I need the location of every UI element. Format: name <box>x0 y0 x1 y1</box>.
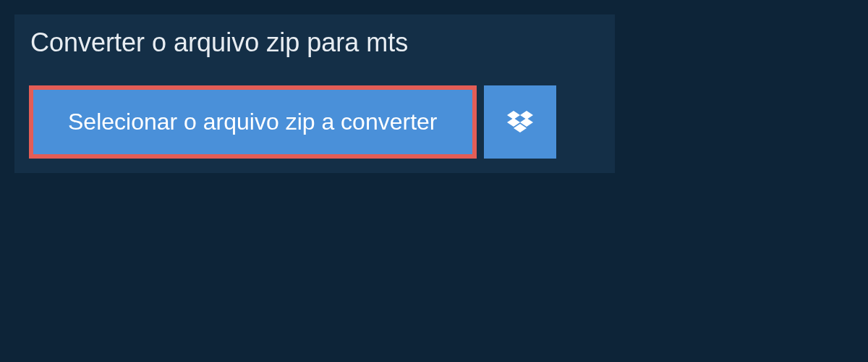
dropbox-button[interactable] <box>484 85 556 159</box>
select-file-highlight: Selecionar o arquivo zip a converter <box>29 85 477 159</box>
converter-panel: Converter o arquivo zip para mts Selecio… <box>14 14 615 173</box>
button-row: Selecionar o arquivo zip a converter <box>14 71 615 173</box>
select-file-button[interactable]: Selecionar o arquivo zip a converter <box>33 90 472 154</box>
page-title: Converter o arquivo zip para mts <box>30 28 408 57</box>
title-bar: Converter o arquivo zip para mts <box>14 14 424 71</box>
select-file-label: Selecionar o arquivo zip a converter <box>68 109 438 135</box>
dropbox-icon <box>507 111 533 134</box>
